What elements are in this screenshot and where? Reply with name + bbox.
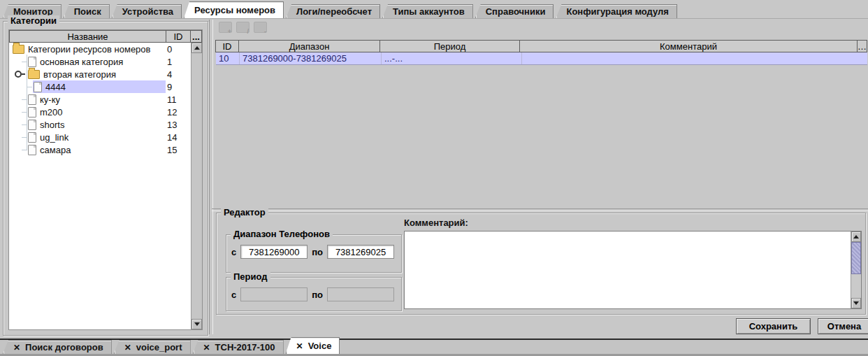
tree-row[interactable]: вторая категория4	[9, 68, 191, 80]
tree-node[interactable]: Категории ресурсов номеров	[12, 43, 166, 55]
bottom-tab-2[interactable]: ✕ТСН-2017-100	[193, 340, 284, 354]
scrollbar-thumb[interactable]	[851, 242, 861, 274]
bottom-tab-1[interactable]: ✕voice_port	[114, 340, 191, 354]
period-from-label: с	[231, 290, 236, 300]
column-header-name[interactable]: Название	[9, 30, 166, 43]
bottom-tab-0[interactable]: ✕Поиск договоров	[3, 340, 112, 354]
ranges-column-control-button[interactable]: …	[857, 40, 867, 52]
tree-node[interactable]: ку-ку	[27, 93, 166, 106]
top-tab-label: Ресурсы номеров	[194, 5, 275, 15]
phone-to-label: по	[312, 247, 323, 257]
vertical-splitter[interactable]	[209, 20, 213, 334]
tree-node-id: 9	[166, 82, 191, 92]
tree-row[interactable]: m20012	[9, 106, 191, 118]
tree-row-name-cell: ug_link	[9, 131, 166, 143]
tree-node-id: 0	[166, 44, 191, 55]
tree-indent	[9, 106, 27, 118]
categories-tree-table: Название ID ... Категории ресурсов номер…	[8, 29, 203, 330]
tree-row[interactable]: основная категория1	[9, 55, 191, 68]
editor-panel-title: Редактор	[221, 207, 268, 218]
ranges-table-row[interactable]: 107381269000-7381269025...-...	[216, 52, 867, 65]
ranges-column-header-2[interactable]: Период	[379, 40, 520, 52]
tree-node-label: ug_link	[40, 132, 68, 143]
ranges-cell-range: 7381269000-7381269025	[240, 52, 382, 64]
scroll-down-button[interactable]	[851, 298, 861, 308]
phone-from-label: с	[231, 247, 236, 257]
tree-row[interactable]: 44449	[9, 80, 191, 93]
tree-node[interactable]: 4444	[33, 80, 166, 93]
tree-node-id: 11	[166, 94, 191, 105]
tree-indent	[9, 55, 27, 68]
tree-node[interactable]: ug_link	[27, 131, 166, 143]
top-tab-6[interactable]: Справочники	[475, 4, 554, 18]
phone-to-field[interactable]	[327, 245, 394, 259]
tree-rows: Категории ресурсов номеров0основная кате…	[9, 43, 191, 329]
tree-node[interactable]: m200	[27, 106, 166, 118]
bottom-tab-bar: ✕Поиск договоров✕voice_port✕ТСН-2017-100…	[0, 339, 868, 356]
tree-scrollbar[interactable]	[191, 43, 202, 329]
arrow-up-icon	[853, 235, 859, 238]
ranges-column-header-0[interactable]: ID	[215, 40, 239, 52]
bottom-tab-label: Поиск договоров	[25, 342, 103, 353]
scroll-down-button[interactable]	[191, 319, 202, 329]
horizontal-splitter[interactable]	[212, 208, 868, 211]
tree-node-id: 13	[166, 120, 191, 130]
phone-range-title: Диапазон Телефонов	[231, 229, 333, 239]
top-tab-label: Справочники	[486, 6, 546, 17]
period-to-label: по	[312, 290, 323, 300]
tree-node-label: основная категория	[40, 57, 123, 67]
top-tab-3[interactable]: Ресурсы номеров	[184, 1, 284, 18]
arrow-down-icon	[194, 322, 200, 326]
tree-row[interactable]: ку-ку11	[9, 93, 191, 106]
bottom-tab-label: voice_port	[136, 342, 182, 353]
ranges-column-header-1[interactable]: Диапазон	[238, 40, 380, 52]
tree-node[interactable]: вторая категория	[27, 68, 166, 80]
tree-indent	[9, 68, 15, 80]
tree-row[interactable]: shorts13	[9, 118, 191, 131]
tree-expand-handle-icon[interactable]	[15, 71, 25, 78]
top-tab-5[interactable]: Типы аккаунтов	[382, 4, 473, 18]
scroll-up-button[interactable]	[191, 43, 202, 53]
tree-node[interactable]: самара	[27, 143, 166, 156]
comment-input[interactable]	[405, 232, 851, 308]
close-icon[interactable]: ✕	[203, 341, 210, 355]
bottom-tab-label: ТСН-2017-100	[215, 342, 275, 353]
tree-node-label: 4444	[45, 82, 66, 92]
tree-node-label: ку-ку	[40, 94, 60, 105]
tree-row[interactable]: самара15	[9, 143, 191, 156]
ranges-cell-period: ...-...	[382, 52, 522, 64]
tree-node[interactable]: shorts	[27, 118, 166, 131]
file-icon	[28, 94, 36, 105]
comment-editor	[404, 231, 862, 309]
editor-panel: Редактор Диапазон Телефонов с по Период …	[216, 213, 866, 315]
phone-from-field[interactable]	[240, 245, 308, 259]
top-tab-2[interactable]: Устройства	[112, 4, 182, 18]
close-icon[interactable]: ✕	[124, 341, 131, 355]
ranges-cell-id: 10	[216, 52, 240, 64]
top-tab-1[interactable]: Поиск	[64, 4, 110, 18]
tree-node[interactable]: основная категория	[27, 55, 166, 68]
arrow-up-icon	[194, 46, 200, 50]
save-button[interactable]: Сохранить	[736, 318, 811, 334]
column-header-id[interactable]: ID	[166, 30, 191, 43]
scroll-up-button[interactable]	[851, 232, 861, 242]
ranges-table-header: IDДиапазонПериодКомментарий…	[216, 40, 867, 52]
tree-row[interactable]: ug_link14	[9, 131, 191, 143]
tree-row-name-cell: 4444	[9, 80, 166, 93]
top-tab-4[interactable]: Логи/переобсчет	[286, 4, 380, 18]
column-control-button[interactable]: ...	[190, 30, 202, 43]
top-tab-label: Поиск	[74, 6, 101, 17]
comment-scrollbar[interactable]	[851, 232, 861, 308]
cancel-button[interactable]: Отмена	[818, 318, 868, 334]
file-icon	[28, 57, 36, 67]
bottom-tab-3[interactable]: ✕Voice	[286, 337, 340, 354]
ranges-column-header-3[interactable]: Комментарий	[519, 40, 858, 52]
close-icon[interactable]: ✕	[296, 339, 303, 355]
top-tab-7[interactable]: Конфигурация модуля	[556, 4, 677, 18]
period-from-field	[240, 287, 308, 301]
ranges-cell-comment	[522, 52, 867, 64]
folder-icon	[28, 70, 40, 79]
edit-range-button	[236, 22, 249, 33]
tree-row[interactable]: Категории ресурсов номеров0	[9, 43, 191, 55]
close-icon[interactable]: ✕	[13, 341, 20, 355]
